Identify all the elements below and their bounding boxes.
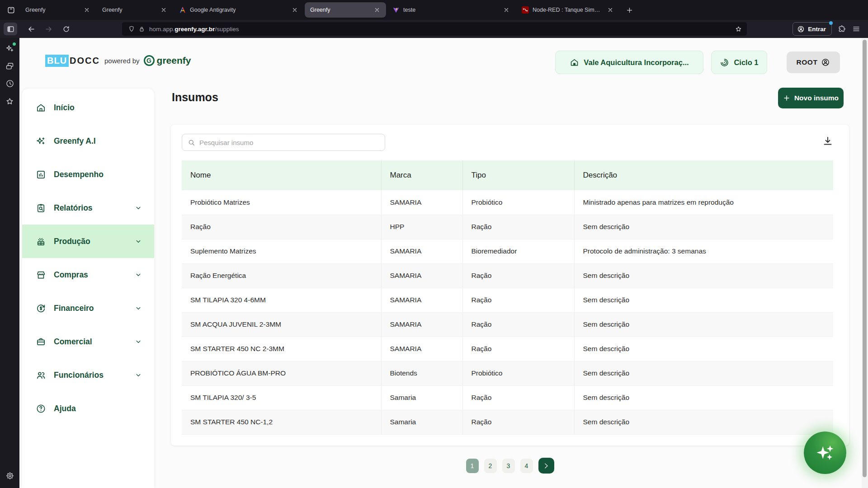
table-cell: SAMARIA xyxy=(381,263,462,288)
sidebar-item-compras[interactable]: Compras xyxy=(22,258,154,291)
next-page-button[interactable] xyxy=(538,458,554,474)
new-supply-button[interactable]: Novo insumo xyxy=(778,88,844,108)
table-cell: Ração xyxy=(182,215,381,239)
chevron-down-icon xyxy=(134,204,142,212)
table-cell: Probiótico xyxy=(462,361,574,385)
history-clock-icon[interactable] xyxy=(4,78,16,89)
table-cell: Bioremediador xyxy=(462,239,574,263)
sparkles-icon xyxy=(815,442,835,463)
farm-icon xyxy=(570,58,579,67)
search-input[interactable] xyxy=(199,139,379,146)
table-row[interactable]: SM TILAPIA 320 4-6MMSAMARIARaçãoSem desc… xyxy=(182,288,833,312)
reload-button[interactable] xyxy=(59,23,73,35)
sidebar-item-producao[interactable]: Produção xyxy=(22,225,154,258)
url-prefix: hom.app. xyxy=(149,26,175,33)
tab-close-icon[interactable] xyxy=(606,6,615,14)
table-row[interactable]: PROBIÓTICO ÁGUA BM-PROBiotendsProbiótico… xyxy=(182,361,833,385)
table-row[interactable]: SM TILAPIA 320/ 3-5SamariaRaçãoSem descr… xyxy=(182,385,833,410)
user-label: ROOT xyxy=(797,58,818,66)
sidebar-item-label: Greenfy A.I xyxy=(54,136,96,146)
table-row[interactable]: SM STARTER 450 NC-1,2SamariaRaçãoSem des… xyxy=(182,410,833,434)
forward-button[interactable] xyxy=(42,23,55,35)
firefox-view-icon[interactable] xyxy=(4,3,18,17)
back-button[interactable] xyxy=(24,23,38,35)
table-row[interactable]: SM ACQUA JUVENIL 2-3MMSAMARIARaçãoSem de… xyxy=(182,312,833,337)
bookmark-star-icon[interactable] xyxy=(735,25,742,33)
url-domain: greenfy.agr.br xyxy=(175,26,215,33)
help-icon xyxy=(35,403,47,414)
new-tab-button[interactable] xyxy=(623,3,636,17)
sparkles-icon xyxy=(35,136,47,147)
hamburger-menu-icon[interactable] xyxy=(850,23,863,35)
table-cell: Biotends xyxy=(381,361,462,385)
sidebar-item-label: Ajuda xyxy=(54,404,76,413)
sidebar-item-greenfy-a-i[interactable]: Greenfy A.I xyxy=(22,124,154,158)
tab-close-icon[interactable] xyxy=(159,6,168,14)
table-row[interactable]: RaçãoHPPRaçãoSem descrição xyxy=(182,215,833,239)
table-cell: SAMARIA xyxy=(381,312,462,337)
table-cell: Sem descrição xyxy=(574,288,833,312)
table-cell: Sem descrição xyxy=(574,385,833,410)
sidebar-item-ajuda[interactable]: Ajuda xyxy=(22,392,154,425)
ai-assistant-fab[interactable] xyxy=(804,432,846,474)
download-icon[interactable] xyxy=(821,135,834,147)
sidebar-item-funcionarios[interactable]: Funcionários xyxy=(22,358,154,392)
sidebar-item-label: Produção xyxy=(54,237,90,246)
page-button-3[interactable]: 3 xyxy=(502,459,515,473)
table-cell: Probiótico Matrizes xyxy=(182,190,381,215)
organization-selector[interactable]: Vale Aquicultura Incorporaç... xyxy=(555,51,703,74)
url-text: hom.app.greenfy.agr.br/supplies xyxy=(149,26,735,33)
browser-tab[interactable]: Greenfy xyxy=(20,2,96,18)
sidebar-item-comercial[interactable]: Comercial xyxy=(22,325,154,358)
table-cell: Ração xyxy=(462,288,574,312)
table-cell: Samaria xyxy=(381,385,462,410)
browser-tab[interactable]: Node-RED : Tanque Simulação xyxy=(516,2,619,18)
browser-tab[interactable]: teste xyxy=(387,2,515,18)
page-button-4[interactable]: 4 xyxy=(520,459,533,473)
table-cell: Suplemento Matrizes xyxy=(182,239,381,263)
supplies-card: NomeMarcaTipoDescrição Probiótico Matriz… xyxy=(171,125,849,446)
ai-chat-icon[interactable] xyxy=(4,42,16,54)
browser-tab[interactable]: Greenfy xyxy=(97,2,173,18)
new-supply-label: Novo insumo xyxy=(794,94,839,102)
tab-close-icon[interactable] xyxy=(82,6,91,14)
notification-dot xyxy=(829,21,833,25)
page-button-2[interactable]: 2 xyxy=(484,459,497,473)
shield-icon[interactable] xyxy=(127,25,137,33)
bookmarks-star-icon[interactable] xyxy=(4,95,16,107)
table-row[interactable]: Ração EnergéticaSAMARIARaçãoSem descriçã… xyxy=(182,263,833,288)
tab-close-icon[interactable] xyxy=(290,6,299,14)
table-row[interactable]: Probiótico MatrizesSAMARIAProbióticoMini… xyxy=(182,190,833,215)
sidebar-toggle-icon[interactable] xyxy=(4,23,17,35)
scrollbar-thumb[interactable] xyxy=(863,40,867,477)
sidebar-item-inicio[interactable]: Início xyxy=(22,91,154,124)
table-cell: SM STARTER 450 NC 2-3MM xyxy=(182,337,381,361)
table-row[interactable]: SM STARTER 450 NC 2-3MMSAMARIARaçãoSem d… xyxy=(182,337,833,361)
table-cell: HPP xyxy=(381,215,462,239)
page-button-1[interactable]: 1 xyxy=(466,459,479,473)
signin-button[interactable]: Entrar xyxy=(793,22,832,36)
sidebar-item-desempenho[interactable]: Desempenho xyxy=(22,158,154,191)
briefcase-icon xyxy=(35,336,47,347)
chevron-down-icon xyxy=(134,371,142,379)
lock-icon[interactable] xyxy=(137,26,146,33)
page-scrollbar[interactable] xyxy=(862,38,868,488)
browser-tab[interactable]: Google Antigravity xyxy=(174,2,304,18)
sidebar-item-label: Comercial xyxy=(54,337,92,347)
tab-close-icon[interactable] xyxy=(502,6,511,14)
url-bar[interactable]: hom.app.greenfy.agr.br/supplies xyxy=(122,22,747,36)
sidebar-item-relatorios[interactable]: Relatórios xyxy=(22,191,154,225)
user-menu-button[interactable]: ROOT xyxy=(787,52,840,73)
tab-close-icon[interactable] xyxy=(373,6,382,14)
extensions-icon[interactable] xyxy=(835,23,848,35)
table-cell: Probiótico xyxy=(462,190,574,215)
browser-tab[interactable]: Greenfy xyxy=(305,2,386,18)
cycle-selector[interactable]: Ciclo 1 xyxy=(711,51,767,74)
table-cell: Ministrado apenas para matrizes em repro… xyxy=(574,190,833,215)
table-cell: Sem descrição xyxy=(574,312,833,337)
synced-tabs-icon[interactable] xyxy=(4,60,16,72)
sidebar-item-financeiro[interactable]: Financeiro xyxy=(22,291,154,325)
table-row[interactable]: Suplemento MatrizesSAMARIABioremediadorP… xyxy=(182,239,833,263)
settings-gear-icon[interactable] xyxy=(4,470,16,482)
supplies-table: NomeMarcaTipoDescrição Probiótico Matriz… xyxy=(182,160,833,435)
